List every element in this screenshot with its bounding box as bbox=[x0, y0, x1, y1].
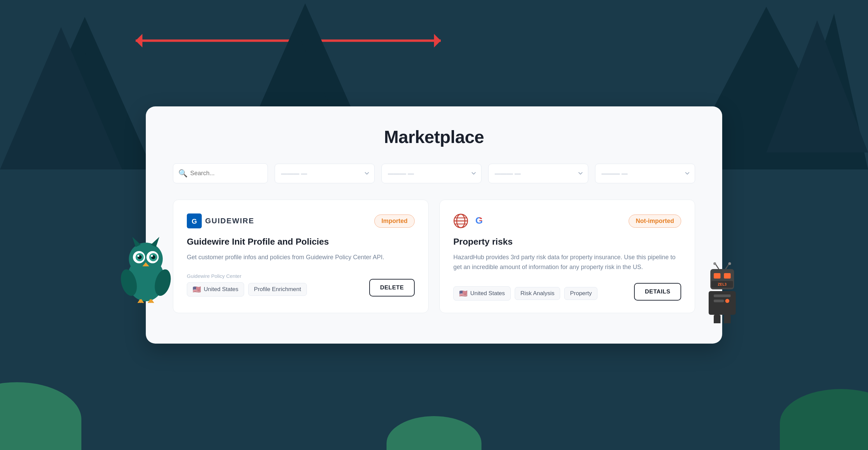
owl-character bbox=[119, 235, 173, 303]
filter-select-3[interactable]: ——— — bbox=[488, 164, 588, 183]
svg-marker-5 bbox=[136, 34, 142, 47]
details-button[interactable]: DETAILS bbox=[634, 283, 681, 301]
tag-label-risk: Risk Analysis bbox=[520, 290, 554, 297]
page-wrapper: ZEL3 Marketplace 🔍 ——— — ——— — bbox=[146, 106, 722, 344]
tags-stack-guidewire: Guidewire Policy Center 🇺🇸 United States… bbox=[187, 273, 307, 296]
svg-point-22 bbox=[151, 255, 153, 257]
tag-us-guidewire: 🇺🇸 United States bbox=[187, 282, 244, 296]
green-hill-right bbox=[780, 389, 868, 450]
svg-marker-4 bbox=[434, 34, 441, 47]
robot-character: ZEL3 bbox=[702, 262, 743, 323]
badge-imported: Imported bbox=[374, 214, 415, 228]
svg-rect-45 bbox=[714, 315, 721, 323]
cards-grid: G GUIDEWIRE Imported Guidewire Init Prof… bbox=[173, 200, 695, 313]
search-icon: 🔍 bbox=[178, 169, 188, 178]
svg-text:ZEL3: ZEL3 bbox=[718, 282, 727, 287]
svg-rect-37 bbox=[714, 273, 721, 279]
filter-select-2[interactable]: ——— — bbox=[381, 164, 481, 183]
tag-label-property: Property bbox=[570, 290, 592, 297]
tree-left bbox=[0, 0, 170, 169]
svg-point-21 bbox=[137, 255, 139, 257]
svg-marker-10 bbox=[766, 20, 868, 152]
hazardhub-icon bbox=[453, 213, 468, 228]
green-hill-mid bbox=[387, 416, 481, 450]
svg-point-54 bbox=[454, 214, 468, 228]
tag-us-property: 🇺🇸 United States bbox=[453, 286, 511, 301]
svg-marker-6 bbox=[254, 3, 356, 119]
card-tags-property: 🇺🇸 United States Risk Analysis Property bbox=[453, 286, 597, 301]
tag-profile-guidewire: Profile Enrichment bbox=[248, 283, 307, 296]
guidewire-text: GUIDEWIRE bbox=[205, 217, 254, 225]
svg-line-32 bbox=[715, 264, 719, 269]
svg-point-35 bbox=[728, 262, 731, 265]
google-icon: G G bbox=[472, 213, 487, 228]
svg-text:G: G bbox=[192, 218, 197, 225]
svg-rect-38 bbox=[724, 273, 731, 279]
page-title: Marketplace bbox=[173, 127, 695, 147]
property-logo: G G bbox=[453, 213, 487, 228]
svg-marker-7 bbox=[254, 27, 336, 119]
svg-point-44 bbox=[725, 299, 729, 303]
svg-rect-42 bbox=[714, 294, 731, 297]
card-header-property: G G Not-imported bbox=[453, 213, 681, 228]
card-title-guidewire: Guidewire Init Profile and Policies bbox=[187, 237, 415, 247]
tag-label-us-property: United States bbox=[470, 290, 505, 297]
svg-marker-0 bbox=[17, 17, 153, 169]
card-property-risks: G G Not-imported Property risks HazardHu… bbox=[439, 200, 695, 313]
search-wrapper: 🔍 bbox=[173, 163, 268, 183]
svg-line-34 bbox=[726, 264, 729, 269]
svg-marker-2 bbox=[0, 27, 122, 169]
svg-point-33 bbox=[713, 262, 716, 265]
svg-rect-46 bbox=[724, 315, 731, 323]
card-header-guidewire: G GUIDEWIRE Imported bbox=[187, 213, 415, 228]
card-guidewire: G GUIDEWIRE Imported Guidewire Init Prof… bbox=[173, 200, 429, 313]
flag-icon-property: 🇺🇸 bbox=[459, 289, 468, 298]
guidewire-icon: G bbox=[187, 213, 202, 228]
filter-bar: 🔍 ——— — ——— — ——— — ——— — bbox=[173, 163, 695, 183]
green-hill-left bbox=[0, 382, 81, 450]
main-card: Marketplace 🔍 ——— — ——— — ——— — ——— — bbox=[146, 106, 722, 344]
svg-marker-1 bbox=[34, 41, 149, 169]
flag-icon-guidewire: 🇺🇸 bbox=[193, 285, 201, 293]
tags-stack-property: 🇺🇸 United States Risk Analysis Property bbox=[453, 286, 597, 301]
tree-mid bbox=[237, 0, 373, 119]
tag-risk-analysis: Risk Analysis bbox=[515, 287, 560, 300]
red-arrows bbox=[136, 27, 441, 54]
card-title-property: Property risks bbox=[453, 237, 681, 247]
guidewire-logo: G GUIDEWIRE bbox=[187, 213, 254, 228]
filter-select-4[interactable]: ——— — bbox=[595, 164, 695, 183]
tag-label-profile-guidewire: Profile Enrichment bbox=[254, 286, 301, 293]
badge-not-imported: Not-imported bbox=[629, 214, 681, 228]
svg-marker-9 bbox=[783, 14, 868, 169]
tag-label-us-guidewire: United States bbox=[204, 286, 238, 293]
tag-property: Property bbox=[564, 287, 597, 300]
card-footer-property: 🇺🇸 United States Risk Analysis Property … bbox=[453, 283, 681, 301]
delete-button[interactable]: DELETE bbox=[369, 279, 415, 296]
card-desc-guidewire: Get customer profile infos and policies … bbox=[187, 252, 415, 262]
card-tags-guidewire: 🇺🇸 United States Profile Enrichment bbox=[187, 282, 307, 296]
card-desc-property: HazardHub provides 3rd party risk data f… bbox=[453, 252, 681, 272]
svg-rect-43 bbox=[714, 300, 724, 302]
filter-select-1[interactable]: ——— — bbox=[275, 164, 375, 183]
card-footer-guidewire: Guidewire Policy Center 🇺🇸 United States… bbox=[187, 273, 415, 296]
source-label-guidewire: Guidewire Policy Center bbox=[187, 273, 307, 279]
